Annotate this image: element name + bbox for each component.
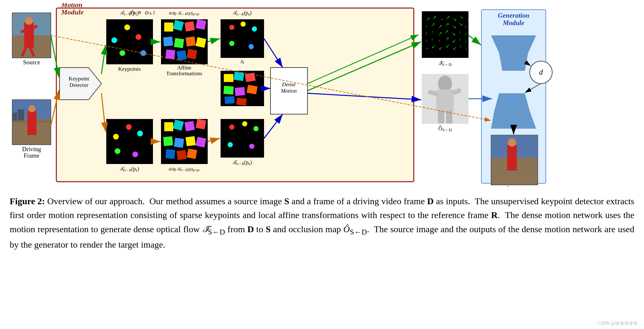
dot-s3 xyxy=(136,34,141,40)
as3 xyxy=(185,21,195,32)
diagram-svg: Source Driving Frame Motion Module Keypo… xyxy=(6,3,644,187)
math-t-s-r-pk-close: ) xyxy=(153,10,155,15)
dot-d2 xyxy=(113,134,119,140)
dense-driving-panel xyxy=(221,119,264,158)
flow-arrow-29: ← xyxy=(425,45,430,51)
flow-arrow-19: ↘ xyxy=(451,31,456,36)
driving-figure-head xyxy=(28,105,35,112)
as5 xyxy=(163,37,173,46)
motion-module-title2: Module xyxy=(61,8,84,16)
dd-s4 xyxy=(229,41,234,46)
flow-arrow-15: ↑ xyxy=(425,31,428,36)
as10 xyxy=(176,50,187,60)
flow-arrow-1: ↗ xyxy=(426,16,430,22)
gen-module-title2: Module xyxy=(503,19,525,27)
as11 xyxy=(187,49,197,59)
flow-arrow-35: ↓ xyxy=(465,45,468,51)
jk2 xyxy=(233,72,244,81)
flow-arrow-2: ↗ xyxy=(432,15,436,20)
figure-label: Figure 2: xyxy=(10,196,45,206)
as6 xyxy=(174,38,184,48)
dense-motion-label2: Motion xyxy=(280,88,297,94)
dd-d3 xyxy=(253,126,259,131)
kp-detector-label1: Keypoint xyxy=(69,76,89,82)
ad3 xyxy=(185,121,195,131)
math-t-s-r-pk-end: (p xyxy=(145,10,149,15)
ad6 xyxy=(174,138,184,148)
as8 xyxy=(195,37,206,48)
occ-head xyxy=(438,76,452,92)
dd-d5 xyxy=(249,144,254,149)
decoder-block-2 xyxy=(491,111,536,129)
flow-arrow-5: ↘ xyxy=(452,16,457,22)
jk1 xyxy=(224,74,233,82)
flow-arrow-34: ↓ xyxy=(459,43,462,49)
watermark: CSDN @冰冰冷冷冷 xyxy=(598,321,638,326)
flow-arrow-12: ↘ xyxy=(452,24,456,29)
flow-arrow-10: ↗ xyxy=(438,24,442,29)
source-label: Source xyxy=(23,59,40,66)
output-figure-head xyxy=(508,138,516,147)
dot-d1 xyxy=(126,124,132,130)
flow-arrow-13: ↘ xyxy=(459,21,463,27)
flow-arrow-28: ↓ xyxy=(464,38,467,43)
affine-label1: Affine xyxy=(177,65,191,71)
flow-arrow-18: ↗ xyxy=(444,29,449,34)
ad7 xyxy=(185,136,196,146)
dd-d4 xyxy=(228,142,233,147)
flow-arrow-31: ↙ xyxy=(439,45,443,51)
dot-d5 xyxy=(132,151,138,157)
flow-arrow-25: ↗ xyxy=(445,36,449,41)
ad9 xyxy=(166,149,175,159)
ad10 xyxy=(176,150,187,160)
output-figure-body xyxy=(507,145,517,170)
dot-s2 xyxy=(111,37,117,43)
flow-arrow-32: ↙ xyxy=(446,43,450,49)
page-container: Source Driving Frame Motion Module Keypo… xyxy=(0,0,644,329)
flow-arrow-24: ↑ xyxy=(438,38,440,43)
flow-arrow-30: ↙ xyxy=(431,44,436,49)
flow-arrow-20: ↓ xyxy=(459,29,461,34)
flow-map-label: 𝒯̂S←D xyxy=(439,60,452,67)
ad4 xyxy=(196,119,206,129)
building2 xyxy=(18,109,24,122)
description-text: Overview of our approach. Our method ass… xyxy=(10,196,634,250)
encoder-block-2 xyxy=(499,53,528,71)
flow-arrow-14: ↓ xyxy=(464,24,467,29)
description-area: Figure 2: Overview of our approach. Our … xyxy=(6,194,638,251)
ad5 xyxy=(163,136,173,146)
output-label: Output xyxy=(506,185,523,187)
flow-arrow-33: ↙ xyxy=(453,45,457,51)
jk7 xyxy=(224,96,234,104)
jk5 xyxy=(235,87,245,96)
dd-d1 xyxy=(229,124,234,130)
driving-figure-body xyxy=(27,111,36,135)
gen-module-title1: Generation xyxy=(498,12,529,19)
source-figure-body xyxy=(24,23,34,48)
ad8 xyxy=(195,137,206,147)
flow-arrow-11: ↗ xyxy=(445,22,449,27)
occ-label: ÔS←D xyxy=(438,125,452,132)
flow-arrow-21: ↓ xyxy=(464,31,467,36)
dd-s2 xyxy=(241,22,246,27)
decoder-block xyxy=(494,93,530,111)
as4 xyxy=(196,19,206,30)
jk4 xyxy=(223,86,234,95)
dot-d3 xyxy=(137,131,143,136)
jk8 xyxy=(236,97,247,105)
flow-arrow-27: ↓ xyxy=(459,36,461,41)
flow-arrow-17: ↗ xyxy=(438,31,442,36)
dd-s1 xyxy=(229,25,234,30)
as1 xyxy=(164,23,173,32)
ad11 xyxy=(187,149,197,159)
arrow-flow-to-gen xyxy=(469,35,481,45)
math-pk-sub: k xyxy=(150,11,152,16)
dd-s3 xyxy=(252,26,257,32)
keypoints-label: Keypoints xyxy=(118,66,141,72)
affine-label2: Transformations xyxy=(166,70,202,77)
flow-arrow-9: ↗ xyxy=(431,22,435,27)
d-label: d xyxy=(539,68,543,76)
flow-arrow-6: ↘ xyxy=(459,14,463,20)
driving-label-1: Driving xyxy=(22,146,41,152)
occ-body xyxy=(436,89,454,112)
